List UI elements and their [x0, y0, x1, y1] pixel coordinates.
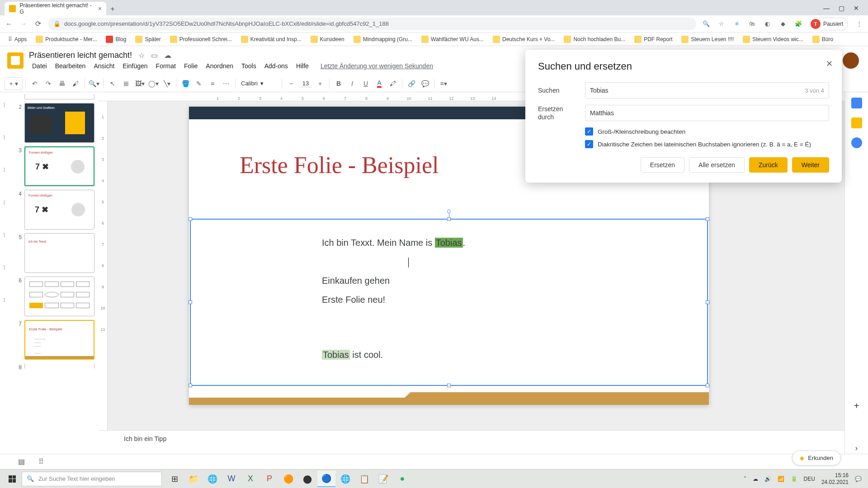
menu-icon[interactable]: ⋮: [854, 19, 863, 28]
menu-ansicht[interactable]: Ansicht: [90, 61, 118, 71]
keep-icon[interactable]: [851, 117, 862, 128]
bookmark-item[interactable]: Steuern Lesen !!!!: [679, 34, 736, 44]
tray-clock[interactable]: 15:1624.02.2021: [821, 472, 849, 485]
redo-button[interactable]: ↷: [42, 77, 55, 90]
rail-icon[interactable]: ⟟: [3, 231, 10, 239]
slide-thumbnail[interactable]: Bilder und Grafiken: [24, 103, 94, 143]
replace-all-button[interactable]: Alle ersetzen: [689, 157, 745, 173]
next-button[interactable]: Weiter: [792, 157, 829, 173]
bookmark-item[interactable]: PDF Report: [632, 34, 675, 44]
tray-wifi-icon[interactable]: 📶: [778, 476, 784, 482]
slide-title-text[interactable]: Erste Folie - Beispiel: [240, 152, 439, 178]
calendar-icon[interactable]: [851, 98, 862, 108]
rail-icon[interactable]: ⟟: [3, 264, 10, 271]
menu-addons[interactable]: Add-ons: [261, 61, 291, 71]
slide-thumbnail[interactable]: Ich bin Texxt.: [24, 233, 94, 273]
back-button[interactable]: Zurück: [749, 157, 788, 173]
explorer-icon[interactable]: 📁: [184, 471, 203, 487]
bookmark-item[interactable]: Professionell Schrei...: [167, 34, 235, 44]
extensions-icon[interactable]: 🧩: [794, 19, 803, 28]
spotify-icon[interactable]: ●: [393, 471, 411, 487]
resize-handle[interactable]: [447, 384, 451, 387]
shopping-icon[interactable]: 🛍: [748, 19, 757, 28]
font-select[interactable]: Calibri▾: [238, 80, 279, 87]
slide-thumbnail[interactable]: [24, 94, 94, 99]
border-color-button[interactable]: ✎: [193, 77, 205, 90]
menu-bearbeiten[interactable]: Bearbeiten: [52, 61, 89, 71]
undo-button[interactable]: ↶: [28, 77, 41, 90]
reader-icon[interactable]: ≡: [732, 19, 741, 28]
filmstrip-view-icon[interactable]: ▤: [18, 457, 25, 466]
user-avatar[interactable]: [843, 52, 859, 69]
border-dash-button[interactable]: ⋯: [220, 77, 232, 90]
bookmark-item[interactable]: Kursideen: [308, 34, 347, 44]
tray-lang[interactable]: DEU: [804, 476, 815, 482]
print-button[interactable]: 🖶: [56, 77, 68, 90]
bookmark-item[interactable]: Später: [132, 34, 163, 44]
window-close-icon[interactable]: ✕: [854, 5, 859, 12]
text-line[interactable]: Tobias ist cool.: [322, 345, 576, 364]
text-line[interactable]: Erste Folie neu!: [322, 290, 576, 309]
move-doc-icon[interactable]: ▭: [151, 51, 158, 60]
align-button[interactable]: ≡▾: [437, 77, 450, 90]
tray-cloud-icon[interactable]: ☁: [753, 476, 758, 482]
window-maximize-icon[interactable]: ▢: [839, 5, 844, 12]
app-icon[interactable]: 📋: [355, 471, 373, 487]
new-slide-button[interactable]: + ▾: [5, 77, 23, 90]
paint-format-button[interactable]: 🖌: [69, 77, 82, 90]
bookmark-item[interactable]: Steuern Videos wic...: [740, 34, 806, 44]
collapse-sidebar-icon[interactable]: ›: [851, 443, 862, 454]
explore-button[interactable]: ◆ Erkunden: [792, 450, 841, 465]
profile-paused-button[interactable]: T Pausiert: [809, 18, 848, 30]
italic-button[interactable]: I: [346, 77, 359, 90]
rail-icon[interactable]: ⟟: [3, 134, 10, 141]
last-edit-link[interactable]: Letzte Änderung vor wenigen Sekunden: [317, 61, 436, 71]
bookmark-item[interactable]: Noch hochladen Bu...: [561, 34, 628, 44]
menu-anordnen[interactable]: Anordnen: [203, 61, 236, 71]
link-button[interactable]: 🔗: [405, 77, 418, 90]
line-button[interactable]: ╲▾: [160, 77, 173, 90]
text-box-selected[interactable]: Ich bin Texxt. Mein Name is Tobias. Eink…: [190, 219, 708, 386]
font-size-input[interactable]: 13: [299, 80, 312, 87]
bold-button[interactable]: B: [332, 77, 345, 90]
resize-handle[interactable]: [706, 217, 709, 221]
fill-color-button[interactable]: 🪣: [179, 77, 192, 90]
windows-search-input[interactable]: 🔍Zur Suche Text hier eingeben: [22, 472, 162, 486]
slide-thumbnail[interactable]: [24, 363, 94, 369]
highlight-button[interactable]: 🖍: [387, 77, 399, 90]
star-doc-icon[interactable]: ☆: [138, 51, 145, 60]
extension2-icon[interactable]: ◆: [778, 19, 788, 28]
image-button[interactable]: 🖼▾: [133, 77, 146, 90]
font-size-dec-button[interactable]: −: [285, 77, 297, 90]
dialog-close-icon[interactable]: ✕: [826, 59, 833, 69]
replace-input[interactable]: Matthias: [585, 105, 829, 121]
resize-handle[interactable]: [189, 217, 192, 221]
underline-button[interactable]: U: [359, 77, 372, 90]
add-sidebar-icon[interactable]: +: [851, 400, 862, 411]
bookmark-item[interactable]: Kreativität und Insp...: [238, 34, 304, 44]
menu-hilfe[interactable]: Hilfe: [293, 61, 312, 71]
edge-icon[interactable]: 🌐: [203, 471, 222, 487]
text-line[interactable]: Einkaufen gehen: [322, 271, 576, 290]
url-input[interactable]: 🔒 docs.google.com/presentation/d/1yV372S…: [48, 18, 696, 30]
nav-forward-icon[interactable]: →: [19, 19, 28, 28]
resize-handle[interactable]: [189, 384, 192, 387]
rail-icon[interactable]: ⟟: [3, 296, 10, 304]
case-checkbox[interactable]: ✓: [585, 127, 593, 136]
app-icon[interactable]: 🟠: [279, 471, 297, 487]
extension1-icon[interactable]: ◐: [763, 19, 772, 28]
apps-button[interactable]: ⠿Apps: [5, 35, 29, 44]
slides-logo-icon[interactable]: [7, 52, 24, 69]
zoom-button[interactable]: 🔍▾: [88, 77, 100, 90]
bookmark-item[interactable]: Wahlfächer WU Aus...: [419, 34, 486, 44]
zoom-icon[interactable]: 🔍: [702, 19, 711, 28]
window-minimize-icon[interactable]: —: [823, 5, 830, 12]
start-button[interactable]: [3, 471, 22, 487]
resize-handle[interactable]: [706, 300, 709, 304]
menu-tools[interactable]: Tools: [238, 61, 259, 71]
text-color-button[interactable]: A: [373, 77, 386, 90]
select-tool-button[interactable]: ↖: [106, 77, 119, 90]
speaker-notes[interactable]: Ich bin ein Tipp: [99, 430, 844, 454]
tray-notifications-icon[interactable]: 💬: [855, 476, 862, 482]
cloud-status-icon[interactable]: ☁: [164, 51, 171, 60]
